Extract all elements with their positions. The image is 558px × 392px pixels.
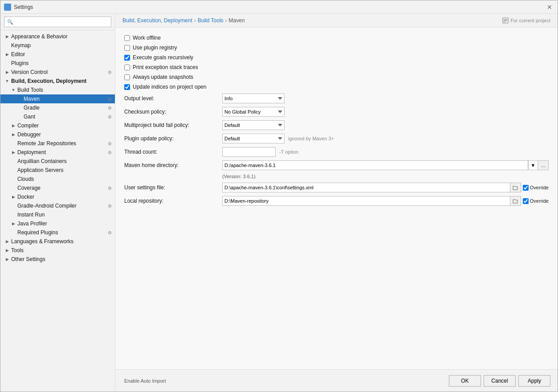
sidebar-item-remote-jar[interactable]: Remote Jar Repositories ⚙ xyxy=(0,139,115,148)
required-plugins-icon: ⚙ xyxy=(106,229,113,236)
arrow-languages xyxy=(4,238,10,245)
update-indices-checkbox[interactable] xyxy=(124,84,130,90)
breadcrumb-project: For current project xyxy=(502,17,550,24)
titlebar: Settings ✕ xyxy=(0,0,558,14)
sidebar-item-clouds[interactable]: Clouds xyxy=(0,175,115,184)
user-settings-override-checkbox[interactable] xyxy=(523,185,529,191)
arrow-gant xyxy=(16,114,23,120)
arrow-gradle-android xyxy=(10,203,16,209)
ok-button[interactable]: OK xyxy=(449,375,481,387)
sidebar-item-build-exec[interactable]: Build, Execution, Deployment xyxy=(0,77,115,86)
arrow-plugins xyxy=(4,60,10,66)
sidebar-item-other-settings[interactable]: Other Settings xyxy=(0,255,115,264)
nav-label-plugins: Plugins xyxy=(10,60,115,67)
nav-label-other-settings: Other Settings xyxy=(10,256,115,263)
maven-home-row: Maven home directory: ▼ … xyxy=(124,160,549,170)
sidebar-item-version-control[interactable]: Version Control ⚙ xyxy=(0,68,115,77)
sidebar-item-build-tools[interactable]: Build Tools xyxy=(0,86,115,94)
maven-home-dropdown[interactable]: ▼ xyxy=(528,160,538,170)
use-plugin-registry-checkbox[interactable] xyxy=(124,45,130,51)
multiproject-policy-select[interactable]: Default Fail at End Never Fail xyxy=(222,120,285,130)
sidebar-item-appearance[interactable]: Appearance & Behavior xyxy=(0,32,115,41)
main-content: Appearance & Behavior Keymap Editor Plug… xyxy=(0,14,558,392)
version-control-icon: ⚙ xyxy=(106,69,113,76)
local-repo-override-label[interactable]: Override xyxy=(530,198,549,204)
local-repo-input[interactable] xyxy=(222,196,510,206)
checkbox-execute-goals: Execute goals recursively xyxy=(124,54,549,61)
sidebar-item-arquillian[interactable]: Arquillian Containers xyxy=(0,157,115,166)
breadcrumb-build-exec[interactable]: Build, Execution, Deployment xyxy=(122,17,192,24)
nav-label-gradle-android: Gradle-Android Compiler xyxy=(16,202,106,209)
execute-goals-checkbox[interactable] xyxy=(124,55,130,61)
close-button[interactable]: ✕ xyxy=(545,3,554,12)
always-update-checkbox[interactable] xyxy=(124,74,130,80)
sidebar-item-gradle-android[interactable]: Gradle-Android Compiler ⚙ xyxy=(0,201,115,210)
sidebar-item-plugins[interactable]: Plugins xyxy=(0,59,115,68)
print-exception-label[interactable]: Print exception stack traces xyxy=(133,64,198,70)
nav-label-gradle: Gradle xyxy=(23,104,106,111)
local-repo-override-checkbox[interactable] xyxy=(523,198,529,204)
sidebar-item-coverage[interactable]: Coverage ⚙ xyxy=(0,184,115,192)
sidebar-item-maven[interactable]: Maven ⚙ xyxy=(0,94,115,103)
local-repo-browse-button[interactable] xyxy=(510,196,521,206)
nav-label-build-exec: Build, Execution, Deployment xyxy=(10,78,115,85)
sidebar-item-gant[interactable]: Gant ⚙ xyxy=(0,112,115,121)
main-panel: Build, Execution, Deployment › Build Too… xyxy=(115,14,558,392)
work-offline-label[interactable]: Work offline xyxy=(133,35,161,41)
plugin-update-policy-select[interactable]: Default Force Update Never Update Daily xyxy=(222,134,285,143)
project-icon xyxy=(502,17,509,24)
sidebar-item-editor[interactable]: Editor xyxy=(0,50,115,59)
print-exception-checkbox[interactable] xyxy=(124,65,130,70)
svg-rect-1 xyxy=(504,19,507,20)
sidebar-item-deployment[interactable]: Deployment ⚙ xyxy=(0,148,115,157)
search-input[interactable] xyxy=(4,16,111,27)
user-settings-browse-button[interactable] xyxy=(510,183,521,192)
use-plugin-registry-label[interactable]: Use plugin registry xyxy=(133,45,177,51)
apply-button[interactable]: Apply xyxy=(518,375,550,387)
folder-icon-2 xyxy=(513,198,518,204)
arrow-appearance xyxy=(4,33,10,40)
checkbox-print-exception: Print exception stack traces xyxy=(124,64,549,70)
arrow-app-servers xyxy=(10,167,16,173)
sidebar-item-required-plugins[interactable]: Required Plugins ⚙ xyxy=(0,228,115,237)
checksum-policy-row: Checksum policy: No Global Policy Fail W… xyxy=(124,107,549,117)
sidebar: Appearance & Behavior Keymap Editor Plug… xyxy=(0,14,115,392)
breadcrumb-sep2: › xyxy=(225,17,227,24)
titlebar-left: Settings xyxy=(4,4,33,11)
remote-jar-icon: ⚙ xyxy=(106,140,113,147)
breadcrumb-build-tools[interactable]: Build Tools xyxy=(198,17,224,24)
coverage-icon: ⚙ xyxy=(106,184,113,192)
work-offline-checkbox[interactable] xyxy=(124,35,130,41)
thread-count-hint: -T option xyxy=(279,149,298,155)
sidebar-item-languages[interactable]: Languages & Frameworks xyxy=(0,237,115,246)
arrow-deployment xyxy=(10,149,16,155)
user-settings-input[interactable] xyxy=(222,183,510,192)
sidebar-item-keymap[interactable]: Keymap xyxy=(0,41,115,50)
update-indices-label[interactable]: Update indices on project open xyxy=(133,84,206,90)
sidebar-item-gradle[interactable]: Gradle ⚙ xyxy=(0,103,115,112)
always-update-label[interactable]: Always update snapshots xyxy=(133,74,193,80)
sidebar-item-docker[interactable]: Docker xyxy=(0,192,115,201)
execute-goals-label[interactable]: Execute goals recursively xyxy=(133,54,193,61)
thread-count-input[interactable] xyxy=(222,147,276,157)
sidebar-item-app-servers[interactable]: Application Servers xyxy=(0,166,115,175)
cancel-button[interactable]: Cancel xyxy=(484,375,516,387)
checksum-policy-select[interactable]: No Global Policy Fail Warn xyxy=(222,107,285,117)
arrow-maven xyxy=(16,96,23,102)
sidebar-item-instant-run[interactable]: Instant Run xyxy=(0,210,115,219)
user-settings-override-label[interactable]: Override xyxy=(530,185,549,190)
output-level-select[interactable]: Info Debug Warn Error xyxy=(222,94,285,103)
maven-home-browse-button[interactable]: … xyxy=(538,160,549,170)
breadcrumb-sep1: › xyxy=(194,17,196,24)
arrow-tools xyxy=(4,247,10,253)
sidebar-item-java-profiler[interactable]: Java Profiler xyxy=(0,219,115,228)
nav-label-keymap: Keymap xyxy=(10,42,115,49)
search-box xyxy=(0,14,115,30)
sidebar-item-tools[interactable]: Tools xyxy=(0,246,115,255)
checksum-policy-control: No Global Policy Fail Warn xyxy=(222,107,549,117)
sidebar-item-compiler[interactable]: Compiler xyxy=(0,121,115,130)
thread-count-control: -T option xyxy=(222,147,549,157)
nav-label-version-control: Version Control xyxy=(10,69,106,76)
sidebar-item-debugger[interactable]: Debugger xyxy=(0,130,115,139)
maven-home-input[interactable] xyxy=(222,160,528,170)
